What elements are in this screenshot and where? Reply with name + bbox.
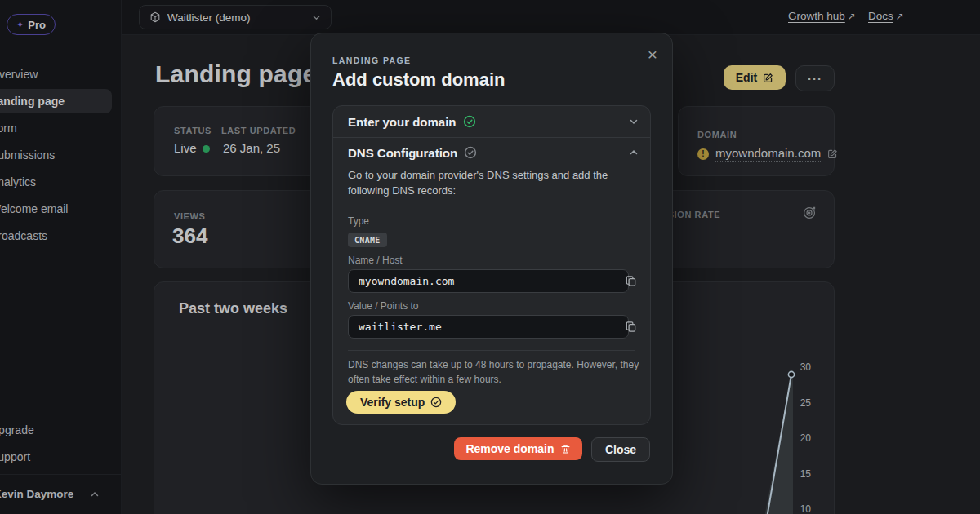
modal-title: Add custom domain [332, 69, 505, 91]
verify-setup-label: Verify setup [360, 396, 425, 409]
step1-title: Enter your domain [348, 115, 457, 129]
app-root: Landing page Edit ··· STATUS Live LAST U… [0, 0, 980, 514]
trash-icon [560, 444, 571, 454]
host-label: Name / Host [348, 255, 403, 266]
chevron-down-icon [629, 117, 639, 126]
accordion-step-dns-config[interactable]: DNS Configuration [348, 144, 639, 161]
section-divider [348, 350, 635, 351]
remove-domain-label: Remove domain [466, 442, 554, 455]
value-input[interactable]: waitlister.me [348, 315, 629, 339]
value-label: Value / Points to [348, 300, 419, 312]
verify-setup-button[interactable]: Verify setup [346, 391, 456, 414]
dns-note-text: DNS changes can take up to 48 hours to p… [348, 357, 647, 387]
domain-setup-accordion: Enter your domain DNS Configuration [332, 105, 651, 425]
check-circle-icon [463, 115, 476, 128]
chevron-up-icon [629, 148, 639, 157]
copy-icon[interactable] [622, 273, 639, 289]
step2-title: DNS Configuration [348, 146, 457, 160]
accordion-step-enter-domain[interactable]: Enter your domain [348, 113, 639, 130]
dns-intro-text: Go to your domain provider's DNS setting… [348, 168, 635, 199]
copy-icon[interactable] [622, 318, 639, 335]
modal-eyebrow: LANDING PAGE [332, 55, 412, 65]
remove-domain-button[interactable]: Remove domain [454, 437, 582, 460]
cname-badge: CNAME [348, 233, 387, 247]
section-divider [348, 206, 635, 206]
modal-close-button[interactable]: Close [591, 437, 650, 462]
accordion-divider [333, 137, 650, 138]
check-circle-icon [430, 397, 442, 408]
host-input[interactable]: myowndomain.com [348, 269, 629, 293]
add-custom-domain-modal: × LANDING PAGE Add custom domain Enter y… [310, 33, 673, 485]
type-label: Type [348, 215, 369, 227]
check-circle-icon [464, 146, 477, 159]
close-icon[interactable]: × [644, 42, 661, 68]
